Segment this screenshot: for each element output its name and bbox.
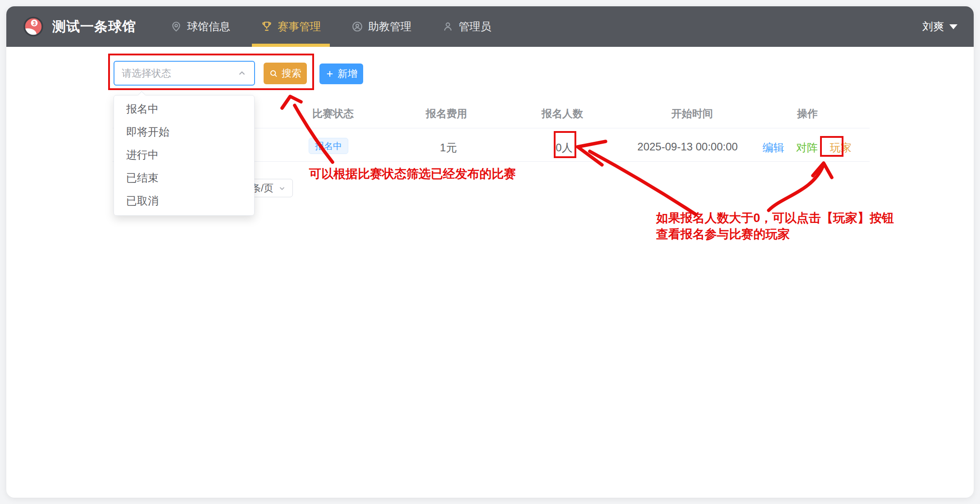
user-name: 刘爽 xyxy=(922,19,944,34)
arrowhead-to-players-link xyxy=(813,163,832,177)
venue-title: 测试一条球馆 xyxy=(52,18,136,36)
trophy-icon xyxy=(261,21,273,32)
nav-label: 球馆信息 xyxy=(187,19,230,34)
annotation-players-tip-line1: 如果报名人数大于0，可以点击【玩家】按钮 xyxy=(656,210,894,226)
page-content: 比赛状态 报名费用 报名人数 开始时间 操作 报名中 1元 0人 2025-09… xyxy=(6,47,974,498)
ball-number: 3 xyxy=(33,20,36,27)
admin-icon xyxy=(442,21,454,32)
status-option-cancelled[interactable]: 已取消 xyxy=(114,189,254,212)
add-button[interactable]: 新增 xyxy=(319,64,363,84)
arrow-to-signup-count xyxy=(590,151,696,214)
annotation-players-tip: 如果报名人数大于0，可以点击【玩家】按钮 查看报名参与比赛的玩家 xyxy=(656,210,894,242)
caret-down-icon xyxy=(949,24,957,29)
table-row-fee-cell: 1元 xyxy=(440,141,456,155)
user-menu[interactable]: 刘爽 xyxy=(922,19,957,34)
search-button[interactable]: 搜索 xyxy=(264,63,307,84)
main-nav: 球馆信息 赛事管理 助教管理 xyxy=(155,6,506,47)
column-header-start-time: 开始时间 xyxy=(671,107,713,121)
billiard-ball-logo-icon: 3 xyxy=(23,16,44,37)
status-select-placeholder: 请选择状态 xyxy=(122,67,237,80)
search-icon xyxy=(269,69,278,78)
column-header-signup-count: 报名人数 xyxy=(542,107,583,121)
search-button-label: 搜索 xyxy=(282,67,301,80)
column-header-actions: 操作 xyxy=(797,107,818,121)
table-row-actions-cell: 编辑 对阵 玩家 xyxy=(758,141,856,155)
nav-label: 助教管理 xyxy=(368,19,411,34)
status-badge: 报名中 xyxy=(309,138,348,154)
annotation-players-tip-line2: 查看报名参与比赛的玩家 xyxy=(656,226,894,242)
app-window: 3 测试一条球馆 球馆信息 赛事管理 xyxy=(6,6,974,498)
plus-icon xyxy=(325,69,334,78)
column-header-match-status: 比赛状态 xyxy=(312,107,354,121)
nav-item-assistant-management[interactable]: 助教管理 xyxy=(336,6,427,47)
status-dropdown-panel: 报名中 即将开始 进行中 已结束 已取消 xyxy=(114,95,255,216)
top-navigation-bar: 3 测试一条球馆 球馆信息 赛事管理 xyxy=(6,6,974,47)
table-row-signup-count-cell: 0人 xyxy=(556,141,572,155)
matchup-link[interactable]: 对阵 xyxy=(796,141,818,154)
annotation-filter-tip: 可以根据比赛状态筛选已经发布的比赛 xyxy=(309,166,516,182)
add-button-label: 新增 xyxy=(338,67,358,81)
arrow-to-players-link xyxy=(769,166,823,210)
status-filter-select[interactable]: 请选择状态 xyxy=(114,61,255,86)
players-link[interactable]: 玩家 xyxy=(830,141,852,154)
status-option-registering[interactable]: 报名中 xyxy=(114,97,254,120)
nav-label: 管理员 xyxy=(459,19,491,34)
status-option-finished[interactable]: 已结束 xyxy=(114,166,254,189)
table-row-start-time-cell: 2025-09-13 00:00:00 xyxy=(638,141,738,153)
nav-item-event-management[interactable]: 赛事管理 xyxy=(246,6,336,47)
column-header-fee: 报名费用 xyxy=(426,107,467,121)
nav-item-administrator[interactable]: 管理员 xyxy=(427,6,506,47)
status-option-in-progress[interactable]: 进行中 xyxy=(114,143,254,166)
arrowhead-to-filter xyxy=(282,96,301,108)
chevron-up-icon xyxy=(237,68,247,78)
location-pin-icon xyxy=(170,21,182,32)
nav-item-venue-info[interactable]: 球馆信息 xyxy=(155,6,246,47)
edit-link[interactable]: 编辑 xyxy=(762,141,784,154)
assistant-icon xyxy=(351,21,363,32)
nav-label: 赛事管理 xyxy=(278,19,321,34)
status-option-upcoming[interactable]: 即将开始 xyxy=(114,120,254,143)
table-row-status-cell: 报名中 xyxy=(309,138,348,154)
chevron-down-icon xyxy=(278,184,286,192)
